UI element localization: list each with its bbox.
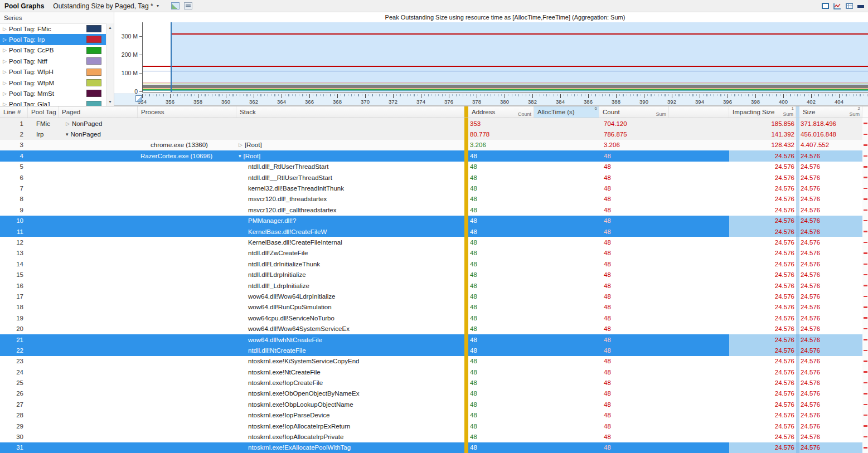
table-row[interactable]: 20wow64.dll!Wow64SystemServiceEx484824.5… bbox=[0, 323, 868, 334]
cell-empty bbox=[669, 226, 729, 237]
table-row[interactable]: 27ntoskrnl.exe!ObpLookupObjectName484824… bbox=[0, 399, 868, 410]
table-row[interactable]: 26ntoskrnl.exe!ObOpenObjectByNameEx48482… bbox=[0, 388, 868, 399]
table-row[interactable]: 10PMManager.dll!?484824.57624.576 bbox=[0, 216, 868, 226]
graph-configuration-icon[interactable] bbox=[184, 2, 192, 9]
table-row[interactable]: 2Irp▾NonPaged80.778786.875141.392456.016… bbox=[0, 129, 868, 139]
table-row[interactable]: 16ntdll.dll!_LdrpInitialize484824.57624.… bbox=[0, 280, 868, 291]
row-marker-strip bbox=[862, 377, 868, 388]
table-row[interactable]: 4RazerCortex.exe (10696)▾[Root]484824.57… bbox=[0, 150, 868, 161]
table-row[interactable]: 21wow64.dll!whNtCreateFile484824.57624.5… bbox=[0, 334, 868, 345]
table-row[interactable]: 1FMic▷NonPaged353704.120185.856371.818.4… bbox=[0, 118, 868, 129]
cell-size-sum: 24.576 bbox=[799, 183, 862, 193]
series-item[interactable]: ▷Pool Tag: MmSt bbox=[0, 88, 106, 99]
series-item[interactable]: ▷Pool Tag: WfpH bbox=[0, 67, 106, 77]
expander-icon[interactable]: ▷ bbox=[3, 69, 9, 75]
table-row[interactable]: 18wow64.dll!RunCpuSimulation484824.57624… bbox=[0, 302, 868, 313]
table-row[interactable]: 22ntdll.dll!NtCreateFile484824.57624.576 bbox=[0, 345, 868, 355]
x-tick-mark bbox=[393, 94, 394, 98]
series-label: Pool Tag: WfpM bbox=[9, 80, 54, 86]
table-only-view-icon[interactable] bbox=[846, 3, 853, 9]
restore-view-icon[interactable] bbox=[822, 3, 829, 9]
series-item[interactable]: ▷Pool Tag: Ntff bbox=[0, 56, 106, 66]
cell-paged bbox=[59, 313, 138, 323]
collapse-icon[interactable]: ▾ bbox=[66, 131, 69, 137]
scroll-up-icon[interactable]: ▲ bbox=[106, 26, 114, 30]
expander-icon[interactable]: ▷ bbox=[3, 91, 9, 96]
view-editor-icon[interactable] bbox=[171, 2, 180, 9]
expander-icon[interactable]: ▷ bbox=[3, 59, 9, 64]
table-row[interactable]: 7kernel32.dll!BaseThreadInitThunk484824.… bbox=[0, 183, 868, 193]
column-header-count[interactable]: CountSum bbox=[599, 106, 669, 118]
expander-icon[interactable]: ▷ bbox=[3, 26, 9, 32]
column-header-paged[interactable]: Paged bbox=[59, 106, 138, 118]
column-header-line[interactable]: Line # bbox=[0, 106, 28, 118]
ruler-marker-icon[interactable] bbox=[135, 95, 142, 102]
series-item[interactable]: ▷Pool Tag: FMic bbox=[0, 23, 106, 34]
expand-icon[interactable]: ▷ bbox=[239, 142, 243, 148]
table-row[interactable]: 29ntoskrnl.exe!IopAllocateIrpExReturn484… bbox=[0, 421, 868, 431]
table-row[interactable]: 11KernelBase.dll!CreateFileW484824.57624… bbox=[0, 226, 868, 237]
table-row[interactable]: 15ntdll.dll!LdrpInitialize484824.57624.5… bbox=[0, 269, 868, 280]
y-tick-label: 200 M bbox=[122, 51, 138, 58]
selection-start-line[interactable] bbox=[171, 22, 172, 92]
expander-icon[interactable]: ▷ bbox=[3, 47, 9, 53]
view-preset-dropdown[interactable]: Outstanding Size by Paged, Tag * ▼ bbox=[50, 2, 163, 11]
chart-only-view-icon[interactable] bbox=[833, 3, 841, 9]
table-row[interactable]: 19wow64cpu.dll!ServiceNoTurbo484824.5762… bbox=[0, 313, 868, 323]
table-row[interactable]: 5ntdll.dll!_RtlUserThreadStart484824.576… bbox=[0, 162, 868, 172]
expand-icon[interactable]: ▷ bbox=[66, 121, 70, 126]
table-row[interactable]: 31ntoskrnl.exe!ExAllocatePoolWithTag4848… bbox=[0, 442, 868, 453]
cell-impacting-size: 24.576 bbox=[729, 226, 796, 237]
cell-stack: KernelBase.dll!CreateFileW bbox=[236, 226, 464, 237]
cell-alloctime bbox=[534, 313, 599, 323]
table-row[interactable]: 12KernelBase.dll!CreateFileInternal48482… bbox=[0, 237, 868, 247]
cell-alloctime bbox=[534, 237, 599, 247]
graph-bar-divider[interactable] bbox=[464, 106, 468, 118]
cell-size-sum: 24.576 bbox=[799, 410, 862, 421]
column-header-impacting-size[interactable]: Impacting SizeSum1 bbox=[729, 106, 796, 118]
table-row[interactable]: 30ntoskrnl.exe!IopAllocateIrpPrivate4848… bbox=[0, 431, 868, 442]
series-item[interactable]: ▷Pool Tag: WfpM bbox=[0, 77, 106, 88]
table-row[interactable]: 24ntoskrnl.exe!NtCreateFile484824.57624.… bbox=[0, 367, 868, 377]
cell-line-number: 25 bbox=[0, 377, 28, 388]
stack-frame-label: wow64.dll!Wow64SystemServiceEx bbox=[248, 325, 350, 332]
series-item[interactable]: ▷Pool Tag: Irp bbox=[0, 34, 106, 45]
cell-line-number: 7 bbox=[0, 183, 28, 193]
expander-icon[interactable]: ▷ bbox=[3, 37, 9, 42]
table-row[interactable]: 25ntoskrnl.exe!IopCreateFile484824.57624… bbox=[0, 377, 868, 388]
table-row[interactable]: 23ntoskrnl.exe!KiSystemServiceCopyEnd484… bbox=[0, 356, 868, 367]
row-marker bbox=[864, 220, 867, 222]
graph-bar-divider bbox=[464, 259, 468, 269]
series-item[interactable]: ▷Pool Tag: Gla1 bbox=[0, 99, 106, 106]
table-row[interactable]: 14ntdll.dll!LdrInitializeThunk484824.576… bbox=[0, 259, 868, 269]
column-header-size[interactable]: SizeSum2 bbox=[799, 106, 862, 118]
table-row[interactable]: 3chrome.exe (13360)▷[Root]3.2063.206128.… bbox=[0, 140, 868, 150]
minimize-icon[interactable] bbox=[857, 5, 864, 8]
cell-process bbox=[138, 388, 236, 399]
scroll-down-icon[interactable]: ▼ bbox=[106, 100, 114, 104]
column-header-pool-tag[interactable]: Pool Tag bbox=[28, 106, 59, 118]
expander-icon[interactable]: ▷ bbox=[3, 101, 9, 106]
cell-alloctime bbox=[534, 259, 599, 269]
stack-frame-label: KernelBase.dll!CreateFileInternal bbox=[248, 239, 342, 246]
chart-area[interactable]: Peak Outstanding Size using resource tim… bbox=[114, 12, 868, 94]
column-header-process[interactable]: Process bbox=[138, 106, 236, 118]
table-row[interactable]: 6ntdll.dll!__RtlUserThreadStart484824.57… bbox=[0, 172, 868, 183]
timeline-ruler[interactable]: 3543563583603623643663683703723743763783… bbox=[114, 94, 868, 106]
table-row[interactable]: 17wow64.dll!Wow64LdrpInitialize484824.57… bbox=[0, 291, 868, 301]
cell-impacting-size: 24.576 bbox=[729, 421, 796, 431]
table-row[interactable]: 8msvcr120.dll!_threadstartex484824.57624… bbox=[0, 194, 868, 204]
table-row[interactable]: 28ntoskrnl.exe!IopParseDevice484824.5762… bbox=[0, 410, 868, 421]
cell-paged bbox=[59, 399, 138, 410]
column-header-address[interactable]: AddressCount bbox=[468, 106, 534, 118]
expander-icon[interactable]: ▷ bbox=[3, 80, 9, 86]
table-row[interactable]: 9msvcr120.dll!_callthreadstartex484824.5… bbox=[0, 204, 868, 215]
table-row[interactable]: 13ntdll.dll!ZwCreateFile484824.57624.576 bbox=[0, 248, 868, 259]
series-item[interactable]: ▷Pool Tag: CcPB bbox=[0, 45, 106, 56]
column-header-alloctime[interactable]: AllocTime (s)6 bbox=[534, 106, 599, 118]
plot-area[interactable] bbox=[142, 22, 868, 92]
collapse-icon[interactable]: ▾ bbox=[239, 153, 241, 159]
series-scrollbar[interactable]: ▲ ▼ bbox=[106, 23, 114, 106]
cell-impacting-size: 24.576 bbox=[729, 269, 796, 280]
column-header-stack[interactable]: Stack bbox=[236, 106, 464, 118]
